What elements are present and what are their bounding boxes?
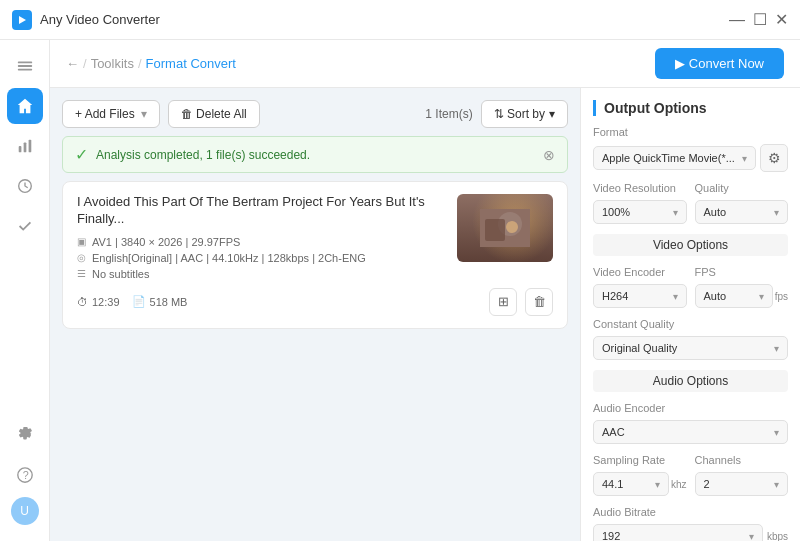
sidebar-item-help[interactable]: ? (7, 457, 43, 493)
svg-rect-3 (17, 69, 31, 71)
check-circle-icon: ✓ (75, 145, 88, 164)
file-size: 📄 518 MB (132, 295, 188, 308)
file-edit-button[interactable]: ⊞ (489, 288, 517, 316)
file-size-icon: 📄 (132, 295, 146, 308)
resolution-quality-group: Video Resolution 100% ▾ Quality Auto ▾ (593, 182, 788, 224)
fps-select[interactable]: Auto ▾ (695, 284, 773, 308)
app-icon (12, 10, 32, 30)
titlebar: Any Video Converter — ☐ ✕ (0, 0, 800, 40)
audio-bitrate-select[interactable]: 192 ▾ (593, 524, 763, 541)
convert-now-button[interactable]: ▶ Convert Now (655, 48, 784, 79)
sidebar-item-history[interactable] (7, 168, 43, 204)
add-files-dropdown-arrow: ▾ (141, 107, 147, 121)
breadcrumb-toolkits[interactable]: Toolkits (91, 56, 134, 71)
sidebar-item-settings[interactable] (7, 417, 43, 453)
sampling-rate-label: Sampling Rate (593, 454, 687, 466)
file-delete-button[interactable]: 🗑 (525, 288, 553, 316)
resolution-label: Video Resolution (593, 182, 687, 194)
channels-label: Channels (695, 454, 789, 466)
file-panel: + Add Files ▾ 🗑 Delete All 1 Item(s) ⇅ S… (50, 88, 580, 541)
file-meta-audio: ◎ English[Original] | AAC | 44.10kHz | 1… (77, 252, 445, 264)
format-settings-icon[interactable]: ⚙ (760, 144, 788, 172)
channels-group: Channels 2 ▾ (695, 454, 789, 496)
breadcrumb: ← / Toolkits / Format Convert (66, 56, 647, 71)
format-dropdown-arrow: ▾ (742, 153, 747, 164)
titlebar-controls: — ☐ ✕ (729, 10, 788, 29)
add-files-button[interactable]: + Add Files ▾ (62, 100, 160, 128)
svg-marker-0 (19, 16, 26, 24)
quality-select[interactable]: Auto ▾ (695, 200, 789, 224)
format-label: Format (593, 126, 788, 138)
constant-quality-group: Constant Quality Original Quality ▾ (593, 318, 788, 360)
video-meta-icon: ▣ (77, 236, 86, 247)
audio-options-header: Audio Options (593, 370, 788, 392)
quality-label: Quality (695, 182, 789, 194)
format-group: Format Apple QuickTime Movie(*... ▾ ⚙ (593, 126, 788, 172)
video-encoder-select[interactable]: H264 ▾ (593, 284, 687, 308)
clock-icon: ⏱ (77, 296, 88, 308)
audio-bitrate-unit: kbps (767, 531, 788, 542)
avatar[interactable]: U (11, 497, 39, 525)
constant-quality-select[interactable]: Original Quality ▾ (593, 336, 788, 360)
format-select[interactable]: Apple QuickTime Movie(*... ▾ (593, 146, 756, 170)
file-meta: ▣ AV1 | 3840 × 2026 | 29.97FPS ◎ English… (77, 236, 445, 280)
quality-group: Quality Auto ▾ (695, 182, 789, 224)
file-duration: ⏱ 12:39 (77, 296, 120, 308)
sort-dropdown-arrow: ▾ (549, 107, 555, 121)
svg-text:?: ? (22, 469, 28, 481)
file-meta-subtitle: ☰ No subtitles (77, 268, 445, 280)
toolbar: ← / Toolkits / Format Convert ▶ Convert … (50, 40, 800, 88)
sidebar-item-chart[interactable] (7, 128, 43, 164)
audio-meta-icon: ◎ (77, 252, 86, 263)
sampling-rate-unit: khz (671, 479, 687, 490)
app-title: Any Video Converter (40, 12, 160, 27)
output-options-panel: Output Options Format Apple QuickTime Mo… (580, 88, 800, 541)
back-button[interactable]: ← (66, 56, 79, 71)
audio-encoder-group: Audio Encoder AAC ▾ (593, 402, 788, 444)
minimize-icon[interactable]: — (729, 10, 745, 29)
svg-rect-4 (18, 146, 21, 152)
sampling-rate-select[interactable]: 44.1 ▾ (593, 472, 669, 496)
file-item-footer: ⏱ 12:39 📄 518 MB ⊞ 🗑 (77, 288, 553, 316)
audio-encoder-label: Audio Encoder (593, 402, 788, 414)
analysis-bar: ✓ Analysis completed, 1 file(s) succeede… (62, 136, 568, 173)
fps-label: FPS (695, 266, 789, 278)
svg-rect-6 (28, 140, 31, 153)
analysis-close-button[interactable]: ⊗ (543, 147, 555, 163)
video-encoder-label: Video Encoder (593, 266, 687, 278)
file-item-actions: ⊞ 🗑 (489, 288, 553, 316)
file-item: I Avoided This Part Of The Bertram Proje… (62, 181, 568, 329)
breadcrumb-current: Format Convert (146, 56, 236, 71)
file-info: I Avoided This Part Of The Bertram Proje… (77, 194, 445, 280)
sidebar: ? U (0, 40, 50, 541)
close-icon[interactable]: ✕ (775, 10, 788, 29)
maximize-icon[interactable]: ☐ (753, 10, 767, 29)
file-meta-video: ▣ AV1 | 3840 × 2026 | 29.97FPS (77, 236, 445, 248)
resolution-select[interactable]: 100% ▾ (593, 200, 687, 224)
subtitle-meta-icon: ☰ (77, 268, 86, 279)
file-title: I Avoided This Part Of The Bertram Proje… (77, 194, 445, 228)
svg-point-13 (506, 221, 518, 233)
sidebar-item-menu[interactable] (7, 48, 43, 84)
sidebar-item-home[interactable] (7, 88, 43, 124)
sampling-rate-group: Sampling Rate 44.1 ▾ khz (593, 454, 687, 496)
delete-all-button[interactable]: 🗑 Delete All (168, 100, 260, 128)
file-thumbnail (457, 194, 553, 262)
analysis-message: Analysis completed, 1 file(s) succeeded. (96, 148, 310, 162)
audio-encoder-select[interactable]: AAC ▾ (593, 420, 788, 444)
channels-select[interactable]: 2 ▾ (695, 472, 789, 496)
item-count: 1 Item(s) (425, 107, 472, 121)
fps-unit: fps (775, 291, 788, 302)
resolution-group: Video Resolution 100% ▾ (593, 182, 687, 224)
sidebar-item-tasks[interactable] (7, 208, 43, 244)
sampling-channels-group: Sampling Rate 44.1 ▾ khz Channels 2 (593, 454, 788, 496)
fps-group: FPS Auto ▾ fps (695, 266, 789, 308)
svg-rect-5 (23, 142, 26, 152)
constant-quality-label: Constant Quality (593, 318, 788, 330)
content-area: ← / Toolkits / Format Convert ▶ Convert … (50, 40, 800, 541)
output-options-title: Output Options (593, 100, 788, 116)
audio-bitrate-group: Audio Bitrate 192 ▾ kbps (593, 506, 788, 541)
encoder-fps-group: Video Encoder H264 ▾ FPS Auto ▾ (593, 266, 788, 308)
avatar-initials: U (20, 504, 29, 518)
sort-by-button[interactable]: ⇅ Sort by ▾ (481, 100, 568, 128)
